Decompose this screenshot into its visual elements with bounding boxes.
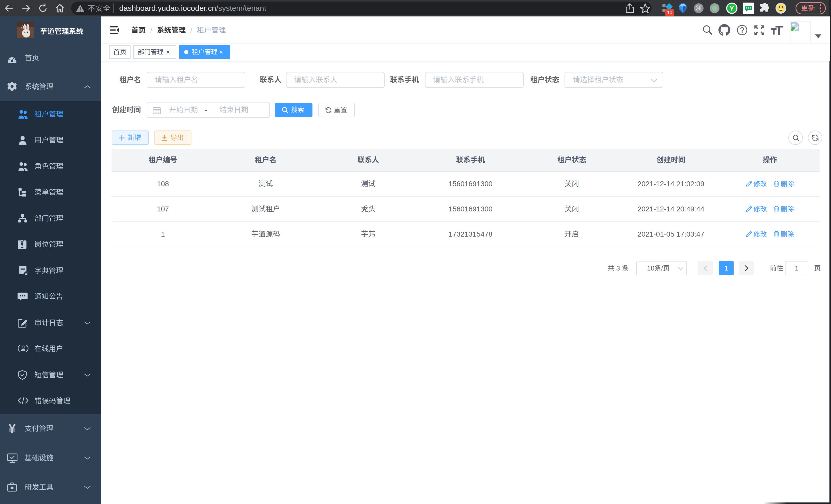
svg-text:⌘: ⌘ — [695, 4, 702, 12]
